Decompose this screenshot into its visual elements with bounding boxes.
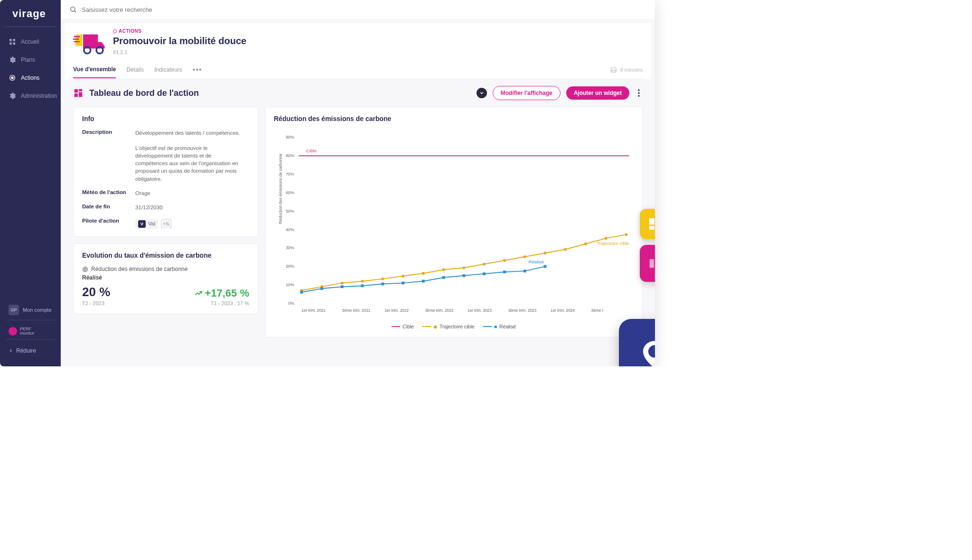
svg-rect-69: [483, 272, 486, 275]
svg-text:20%: 20%: [286, 264, 294, 269]
svg-text:1er trim. 2021: 1er trim. 2021: [301, 308, 326, 313]
account-link[interactable]: GP Mon compte: [6, 300, 55, 320]
chevron-left-icon: [9, 348, 13, 353]
evo-value: 20 %: [82, 285, 110, 299]
emissions-chart: Réduction des émissions de carbonne 0% 1…: [274, 129, 634, 319]
svg-point-5: [11, 77, 13, 79]
svg-point-19: [83, 267, 88, 271]
tab-indicators[interactable]: Indicateurs: [154, 66, 182, 78]
save-icon: [610, 66, 617, 73]
evo-period: T2 - 2023: [82, 300, 110, 306]
nav-actions-label: Actions: [21, 75, 39, 81]
evolution-card: Evolution du taux d'émission de carbone …: [73, 243, 258, 314]
nav-plans[interactable]: Plans: [0, 51, 61, 69]
svg-rect-67: [442, 276, 445, 279]
tab-overview[interactable]: Vue d'ensemble: [73, 66, 116, 78]
svg-point-55: [564, 248, 567, 251]
cards-icon: [648, 253, 655, 274]
svg-point-54: [544, 252, 547, 254]
modify-layout-button[interactable]: Modifier l'affichage: [493, 86, 561, 100]
info-card-title: Info: [82, 115, 249, 122]
tab-details[interactable]: Détails: [126, 66, 144, 78]
svg-rect-9: [74, 36, 80, 37]
svg-point-6: [71, 7, 75, 11]
account-label: Mon compte: [23, 307, 52, 313]
svg-text:Trajectoire cible: Trajectoire cible: [597, 241, 629, 246]
svg-point-44: [341, 281, 344, 284]
svg-text:30%: 30%: [286, 245, 294, 250]
svg-rect-64: [381, 282, 384, 285]
svg-point-56: [584, 243, 587, 245]
svg-rect-61: [320, 287, 323, 290]
svg-text:1er trim. 2024: 1er trim. 2024: [551, 308, 575, 313]
nav-accueil[interactable]: Accueil: [0, 33, 61, 51]
info-meteo-value: Orage: [135, 189, 150, 197]
svg-rect-63: [361, 284, 364, 287]
breadcrumb: ACTIONS: [113, 28, 246, 34]
svg-point-57: [605, 237, 608, 240]
svg-rect-12: [98, 38, 103, 42]
svg-text:50%: 50%: [286, 209, 294, 214]
svg-point-20: [84, 268, 86, 270]
chart-legend: Cible ◆Trajectoire cible ■Réalisé: [274, 324, 634, 329]
svg-text:90%: 90%: [286, 135, 294, 140]
dashboard-icon: [73, 88, 84, 98]
pilote-chip[interactable]: VVal: [135, 219, 158, 229]
info-datefin-value: 31/12/2030: [135, 204, 163, 211]
search-bar: [61, 0, 655, 19]
compass-pin-icon: [638, 338, 655, 366]
nav-accueil-label: Accueil: [21, 38, 39, 45]
gear-icon: [9, 56, 16, 64]
svg-text:1er trim. 2023: 1er trim. 2023: [467, 308, 492, 313]
svg-text:80%: 80%: [286, 153, 294, 158]
perf-monitor-link[interactable]: PERF monitor: [6, 323, 55, 340]
evo-delta: +17,65 %: [194, 287, 249, 299]
search-input[interactable]: [82, 6, 646, 13]
chart-card: Réduction des émissions de carbone Réduc…: [265, 107, 643, 337]
svg-rect-71: [523, 270, 526, 272]
scroll-down-button[interactable]: [477, 88, 487, 98]
svg-point-49: [442, 268, 445, 271]
svg-text:60%: 60%: [286, 190, 294, 195]
chevron-down-icon: [479, 90, 485, 96]
svg-text:40%: 40%: [286, 227, 294, 232]
info-description-label: Description: [82, 129, 130, 183]
nav-administration[interactable]: Administration: [0, 87, 61, 105]
trend-up-icon: [194, 289, 203, 298]
svg-point-46: [381, 278, 384, 280]
svg-point-53: [523, 255, 526, 258]
float-badge-grid: [640, 209, 655, 239]
page-subid: #1.2.1: [113, 49, 246, 55]
svg-rect-60: [300, 291, 303, 294]
float-badge-compass: [619, 319, 655, 366]
svg-rect-15: [75, 89, 78, 93]
info-card: Info Description Développement des talen…: [73, 107, 258, 237]
svg-text:10%: 10%: [286, 282, 294, 287]
svg-point-45: [361, 280, 364, 283]
svg-rect-16: [79, 89, 82, 92]
target-icon: [9, 74, 16, 82]
evo-delta-sub: T1 - 2023 : 17 %: [194, 300, 249, 306]
perf-icon: [9, 327, 17, 336]
tab-more[interactable]: •••: [193, 65, 202, 79]
svg-rect-78: [650, 259, 654, 268]
svg-text:3ème t: 3ème t: [591, 308, 604, 313]
gear-icon: [9, 92, 16, 100]
add-pilote-button[interactable]: +⇅: [161, 219, 171, 229]
svg-text:Cible: Cible: [306, 148, 317, 153]
action-icon: [73, 28, 106, 57]
svg-rect-65: [402, 281, 404, 284]
info-meteo-label: Météo de l'action: [82, 189, 130, 197]
nav-actions[interactable]: Actions: [0, 69, 61, 87]
svg-rect-1: [13, 39, 15, 41]
info-pilote-label: Pilote d'action: [82, 218, 130, 229]
svg-rect-62: [341, 285, 344, 288]
collapse-sidebar[interactable]: Réduire: [6, 343, 55, 359]
add-widget-button[interactable]: Ajouter un widget: [566, 86, 629, 100]
account-avatar: GP: [9, 305, 19, 315]
more-menu[interactable]: [638, 89, 640, 97]
svg-rect-66: [422, 280, 425, 283]
svg-rect-72: [544, 265, 547, 268]
svg-point-58: [625, 233, 628, 236]
sidebar: virage Accueil Plans Actions Administrat…: [0, 0, 61, 366]
